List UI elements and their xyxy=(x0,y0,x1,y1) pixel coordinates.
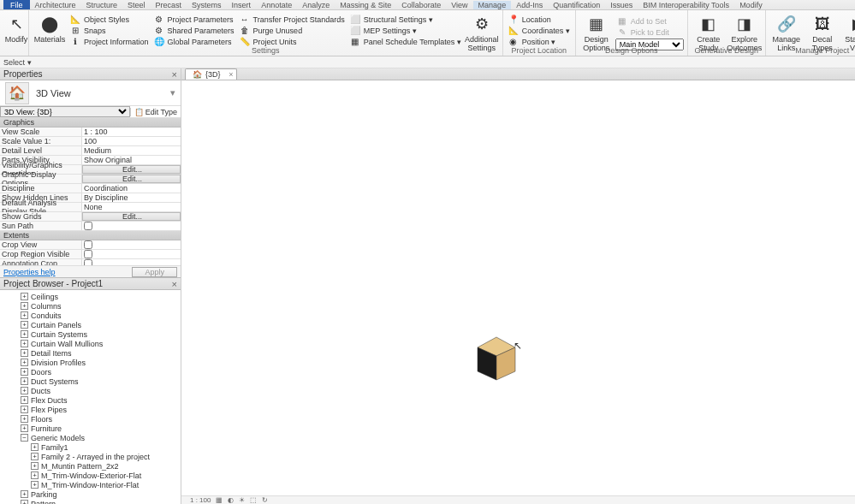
property-value[interactable]: By Discipline xyxy=(82,193,181,202)
tree-item[interactable]: +Curtain Wall Mullions xyxy=(0,339,181,348)
expand-icon[interactable]: + xyxy=(21,500,28,504)
expand-icon[interactable]: − xyxy=(21,434,28,442)
status-icon[interactable]: ↻ xyxy=(262,496,268,504)
ribbon-small-button[interactable]: ↔Transfer Project Standards xyxy=(238,14,347,25)
ribbon-small-button[interactable]: ⚙Shared Parameters xyxy=(152,25,236,36)
ribbon-small-button[interactable]: 📍Location xyxy=(507,14,572,25)
menu-item[interactable]: Modify xyxy=(734,1,768,9)
tree-item[interactable]: +Flex Pipes xyxy=(0,405,181,414)
property-value[interactable] xyxy=(82,250,181,258)
tree-item[interactable]: +Ceilings xyxy=(0,292,181,301)
menu-item[interactable]: View xyxy=(446,1,472,9)
property-value[interactable]: Edit... xyxy=(82,175,181,183)
expand-icon[interactable]: + xyxy=(21,311,28,319)
expand-icon[interactable]: + xyxy=(21,321,28,329)
expand-icon[interactable]: + xyxy=(31,443,39,451)
expand-icon[interactable]: + xyxy=(21,302,28,310)
ribbon-small-button[interactable]: 📐Object Styles xyxy=(68,14,151,25)
tree-item[interactable]: +Ducts xyxy=(0,386,181,395)
tree-item[interactable]: +Parking xyxy=(0,489,181,499)
tree-item[interactable]: +Flex Ducts xyxy=(0,395,181,405)
ribbon-small-button[interactable]: 🗑Purge Unused xyxy=(238,25,347,36)
menu-item[interactable]: Insert xyxy=(227,1,257,9)
properties-help-link[interactable]: Properties help xyxy=(3,268,56,276)
property-section-header[interactable]: Graphics xyxy=(0,118,181,127)
menu-item[interactable]: Massing & Site xyxy=(335,1,396,9)
expand-icon[interactable]: + xyxy=(21,368,28,376)
menu-item[interactable]: Architecture xyxy=(30,1,81,9)
tree-item[interactable]: +Family 2 - Arrayed in the project xyxy=(0,452,181,461)
property-value[interactable]: 100 xyxy=(82,137,181,145)
menu-item[interactable]: Issues xyxy=(605,1,638,9)
apply-button[interactable]: Apply xyxy=(132,267,177,277)
tree-item[interactable]: +Duct Systems xyxy=(0,377,181,386)
menu-file[interactable]: File xyxy=(3,0,30,9)
tree-item[interactable]: +Pattern xyxy=(0,499,181,504)
menu-item[interactable]: Annotate xyxy=(256,1,297,9)
chevron-down-icon[interactable]: ▾ xyxy=(170,87,175,98)
menu-item[interactable]: BIM Interoperability Tools xyxy=(638,1,734,9)
property-value[interactable] xyxy=(82,240,181,249)
tree-item[interactable]: +Doors xyxy=(0,367,181,377)
expand-icon[interactable]: + xyxy=(21,340,28,347)
menu-item[interactable]: Manage xyxy=(473,1,512,9)
view-tab[interactable]: 🏠 {3D} × xyxy=(185,68,237,80)
expand-icon[interactable]: + xyxy=(21,387,28,394)
ribbon-small-button[interactable]: ⚙Project Parameters xyxy=(152,14,236,25)
menu-item[interactable]: Add-Ins xyxy=(511,1,548,9)
status-icon[interactable]: ☀ xyxy=(239,496,245,504)
property-value[interactable] xyxy=(82,222,181,230)
property-value[interactable]: Show Original xyxy=(82,156,181,164)
menu-item[interactable]: Steel xyxy=(122,1,151,9)
tree-item[interactable]: +Conduits xyxy=(0,311,181,320)
tree-item[interactable]: +M_Muntin Pattern_2x2 xyxy=(0,461,181,471)
expand-icon[interactable]: + xyxy=(21,330,28,338)
property-section-header[interactable]: Extents xyxy=(0,231,181,240)
expand-icon[interactable]: + xyxy=(31,471,39,479)
tree-item[interactable]: −Generic Models xyxy=(0,433,181,442)
expand-icon[interactable]: + xyxy=(31,462,39,470)
menu-item[interactable]: Quantification xyxy=(548,1,605,9)
expand-icon[interactable]: + xyxy=(21,406,28,413)
property-value[interactable] xyxy=(82,259,181,265)
menu-item[interactable]: Systems xyxy=(187,1,227,9)
property-value[interactable]: Medium xyxy=(82,146,181,155)
tree-item[interactable]: +Detail Items xyxy=(0,348,181,358)
tree-item[interactable]: +M_Trim-Window-Interior-Flat xyxy=(0,480,181,489)
menu-item[interactable]: Collaborate xyxy=(396,1,446,9)
expand-icon[interactable]: + xyxy=(21,396,28,404)
menu-item[interactable]: Precast xyxy=(151,1,187,9)
expand-icon[interactable]: + xyxy=(21,359,28,366)
ribbon-small-button[interactable]: ⬜Structural Settings ▾ xyxy=(348,14,463,25)
modify-button[interactable]: ↖ Modify xyxy=(3,12,29,44)
tree-item[interactable]: +Floors xyxy=(0,414,181,424)
expand-icon[interactable]: + xyxy=(21,349,28,357)
tree-item[interactable]: +Curtain Panels xyxy=(0,320,181,329)
status-icon[interactable]: ▦ xyxy=(216,496,223,504)
property-value[interactable]: Edit... xyxy=(82,165,181,174)
expand-icon[interactable]: + xyxy=(31,453,39,460)
menu-item[interactable]: Structure xyxy=(81,1,123,9)
ribbon-small-button[interactable]: 📐Coordinates ▾ xyxy=(507,25,572,36)
expand-icon[interactable]: + xyxy=(21,424,28,432)
close-icon[interactable]: × xyxy=(172,69,177,80)
tree-item[interactable]: +Furniture xyxy=(0,424,181,433)
ribbon-small-button[interactable]: ⊞Snaps xyxy=(68,25,151,36)
expand-icon[interactable]: + xyxy=(21,293,28,300)
tree-item[interactable]: +Columns xyxy=(0,301,181,311)
edit-type-button[interactable]: 📋 Edit Type xyxy=(130,108,181,116)
expand-icon[interactable]: + xyxy=(21,377,28,385)
close-tab-icon[interactable]: × xyxy=(229,70,233,79)
property-value[interactable]: None xyxy=(82,203,181,211)
scale-label[interactable]: 1 : 100 xyxy=(190,496,211,504)
3d-canvas[interactable]: ↖ xyxy=(181,80,855,495)
select-strip[interactable]: Select ▾ xyxy=(0,56,855,68)
tree-item[interactable]: +Division Profiles xyxy=(0,358,181,367)
ribbon-small-button[interactable]: ⬜MEP Settings ▾ xyxy=(348,25,463,36)
expand-icon[interactable]: + xyxy=(31,481,39,489)
tree-item[interactable]: +Curtain Systems xyxy=(0,329,181,339)
status-icon[interactable]: ◐ xyxy=(228,496,234,504)
property-value[interactable]: 1 : 100 xyxy=(82,127,181,136)
tree-item[interactable]: +M_Trim-Window-Exterior-Flat xyxy=(0,471,181,480)
status-icon[interactable]: ⬚ xyxy=(250,496,257,504)
